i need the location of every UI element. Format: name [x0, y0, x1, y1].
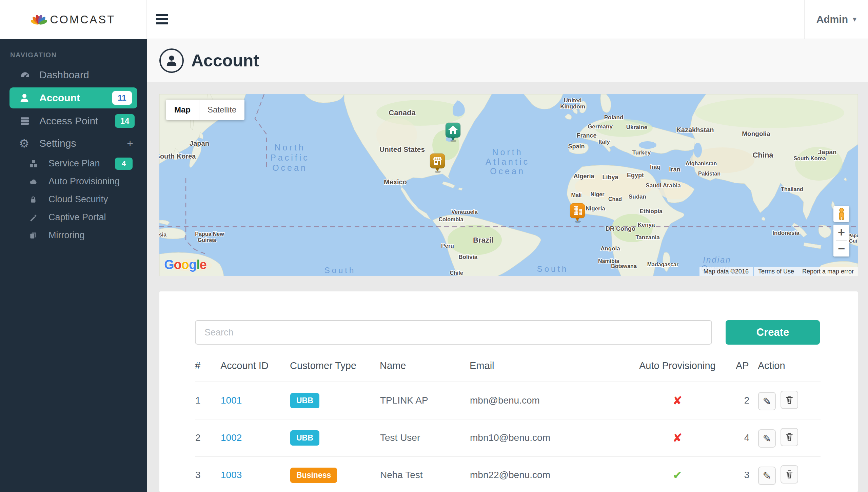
- gear-icon: ⚙: [19, 137, 34, 149]
- edit-button[interactable]: ✎: [758, 467, 776, 485]
- zoom-out-button[interactable]: −: [833, 241, 849, 257]
- account-name: Neha Test: [380, 456, 470, 492]
- map-label: sia: [159, 232, 166, 238]
- service-plan-count-badge: 4: [115, 158, 133, 170]
- auto-provisioning-status: ✔: [639, 456, 736, 492]
- nav-section-title: NAVIGATION: [0, 39, 147, 64]
- delete-button[interactable]: [781, 391, 798, 409]
- account-id-link[interactable]: 1003: [221, 470, 242, 480]
- map-label: United: [564, 97, 582, 104]
- map-label: Turkey: [632, 149, 651, 156]
- map-label: Nigeria: [586, 205, 605, 212]
- sidebar: COMCAST NAVIGATION Dashboard Account 11 …: [0, 0, 147, 492]
- sidebar-item-access-point[interactable]: Access Point 14: [0, 110, 147, 132]
- map-label: Kenya: [637, 222, 655, 228]
- peacock-icon: [31, 12, 47, 27]
- zoom-in-button[interactable]: +: [833, 225, 849, 240]
- expand-icon: +: [127, 137, 133, 150]
- map-label: Mongolia: [742, 130, 770, 137]
- map-label: Niger: [591, 191, 605, 197]
- cross-icon: ✘: [673, 394, 683, 407]
- page-title: Account: [191, 51, 259, 70]
- map-view-button[interactable]: Map: [166, 100, 199, 120]
- account-id-link[interactable]: 1001: [221, 395, 242, 406]
- sidebar-item-mirroring[interactable]: Mirroring: [0, 226, 147, 244]
- col-header-customer-type: Customer Type: [290, 360, 380, 382]
- world-map[interactable]: JapanSouth KoreaCanadaUnited StatesMexic…: [159, 94, 858, 276]
- sidebar-item-label: Account: [39, 92, 80, 104]
- report-map-error-link[interactable]: Report a map error: [798, 267, 858, 276]
- delete-button[interactable]: [781, 428, 798, 446]
- check-icon: ✔: [673, 468, 683, 482]
- delete-button[interactable]: [781, 465, 798, 484]
- map-label: China: [752, 151, 773, 159]
- hamburger-icon: [156, 14, 168, 16]
- sidebar-item-label: Settings: [39, 138, 76, 149]
- map-label: South Korea: [793, 156, 826, 161]
- col-header-account-id: Account ID: [220, 360, 290, 382]
- sidebar-item-label: Access Point: [39, 115, 98, 127]
- map-label: Indian: [703, 255, 731, 264]
- map-label: Saudi Arabia: [646, 182, 681, 189]
- admin-menu[interactable]: Admin ▾: [804, 0, 868, 39]
- map-label: Iraq: [650, 164, 660, 170]
- terms-of-use-link[interactable]: Terms of Use: [754, 267, 798, 276]
- satellite-view-button[interactable]: Satellite: [199, 100, 244, 120]
- map-label: Iran: [669, 166, 680, 173]
- sidebar-item-auto-provisioning[interactable]: Auto Provisioning: [0, 172, 147, 190]
- brand-logo[interactable]: COMCAST: [0, 0, 147, 39]
- sidebar-item-dashboard[interactable]: Dashboard: [0, 64, 147, 86]
- edit-button[interactable]: ✎: [758, 392, 776, 410]
- map-label: Afghanistan: [686, 161, 717, 166]
- account-email: mbn22@benu.com: [470, 456, 639, 492]
- map-label: France: [576, 132, 596, 139]
- map-label: Sudan: [629, 193, 646, 200]
- map-label: Ocean: [272, 163, 308, 172]
- sidebar-item-service-plan[interactable]: Service Plan 4: [0, 155, 147, 172]
- account-id-link[interactable]: 1002: [221, 432, 242, 443]
- row-index: 2: [195, 419, 220, 456]
- main-area: Admin ▾ Account: [147, 0, 868, 492]
- sidebar-item-account[interactable]: Account 11: [9, 87, 137, 108]
- col-header-num: #: [195, 360, 220, 382]
- panel-toolbar: Create: [195, 320, 820, 345]
- access-point-count-badge: 14: [115, 114, 135, 128]
- map-label: DR Congo: [606, 225, 635, 232]
- customer-type-badge: UBB: [290, 430, 319, 446]
- account-name: TPLINK AP: [380, 382, 470, 419]
- col-header-action: Action: [758, 360, 821, 382]
- map-label: Thailand: [781, 186, 803, 192]
- brand-name: COMCAST: [50, 13, 116, 26]
- search-input[interactable]: [195, 320, 712, 345]
- pencil-icon: ✎: [763, 433, 771, 445]
- sidebar-item-cloud-security[interactable]: Cloud Security: [0, 190, 147, 208]
- user-icon: [19, 92, 34, 104]
- map-label: Atlantic: [486, 157, 530, 166]
- accounts-panel: Create # Account ID Customer Type Name: [159, 291, 858, 492]
- menu-toggle-button[interactable]: [147, 0, 177, 39]
- map-label: Japan: [818, 148, 837, 156]
- account-count-badge: 11: [112, 91, 132, 105]
- table-row: 11001UBBTPLINK APmbn@benu.com✘2✎: [195, 382, 821, 419]
- google-logo[interactable]: Google: [164, 258, 206, 272]
- content-area: JapanSouth KoreaCanadaUnited StatesMexic…: [147, 82, 868, 492]
- row-index: 1: [195, 382, 220, 419]
- create-button[interactable]: Create: [726, 320, 820, 345]
- map-label: Botswana: [611, 263, 637, 269]
- map-label: United States: [379, 145, 425, 153]
- map-label: Mali: [571, 192, 581, 198]
- account-email: mbn10@benu.com: [470, 419, 639, 456]
- map-label: Gui: [849, 238, 857, 244]
- map-label: Japan: [190, 140, 209, 147]
- row-actions: ✎: [758, 382, 821, 419]
- sidebar-item-captive-portal[interactable]: Captive Portal: [0, 208, 147, 226]
- edit-button[interactable]: ✎: [758, 429, 776, 448]
- map-label: Kingdom: [560, 103, 585, 110]
- pegman-button[interactable]: [833, 206, 849, 222]
- map-label: Guinea: [198, 237, 216, 243]
- cloud-icon: [29, 177, 42, 187]
- sidebar-item-settings[interactable]: ⚙ Settings +: [0, 132, 147, 155]
- copy-pages-icon: [29, 230, 42, 241]
- map-label: Spain: [568, 143, 585, 150]
- row-index: 3: [195, 456, 220, 492]
